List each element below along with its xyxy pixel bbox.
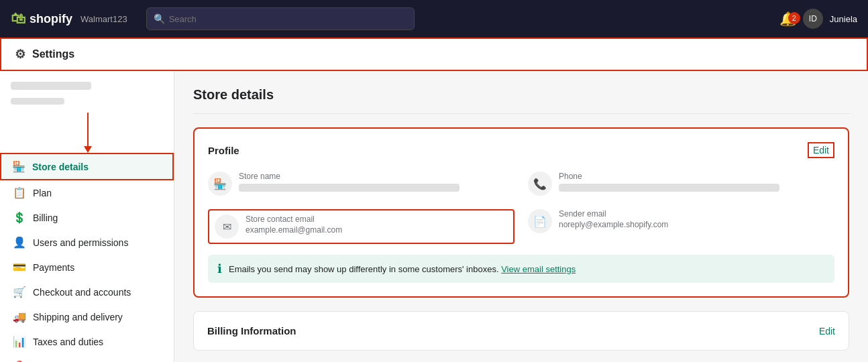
email-icon: ✉ <box>223 221 231 233</box>
sidebar-item-label: Checkout and accounts <box>33 287 131 298</box>
sidebar-item-shipping-delivery[interactable]: 🚚 Shipping and delivery <box>0 304 174 329</box>
user-avatar[interactable]: ID <box>803 9 823 29</box>
store-details-icon: 🏪 <box>12 160 25 173</box>
sidebar-item-users-permissions[interactable]: 👤 Users and permissions <box>0 230 174 255</box>
billing-title: Billing Information <box>207 325 296 337</box>
plan-icon: 📋 <box>13 186 26 199</box>
info-banner: ℹ Emails you send may show up differentl… <box>208 255 834 283</box>
store-name-content: Store name <box>239 172 514 192</box>
sidebar-item-store-details[interactable]: 🏪 Store details <box>0 153 174 180</box>
sidebar-item-label: Payments <box>33 262 74 273</box>
email-content: Store contact email example.email@gmail.… <box>246 215 508 235</box>
store-name-blur-2 <box>11 98 64 105</box>
sidebar-item-label: Store details <box>32 162 89 172</box>
sidebar-item-label: Taxes and duties <box>33 337 103 347</box>
phone-icon: 📞 <box>533 178 547 190</box>
logo-text: shopify <box>30 12 72 26</box>
billing-icon: 💲 <box>13 211 26 224</box>
sidebar-item-taxes-duties[interactable]: 📊 Taxes and duties <box>0 329 174 354</box>
profile-edit-button[interactable]: Edit <box>808 142 834 158</box>
view-email-settings-link[interactable]: View email settings <box>501 264 576 274</box>
card-header: Profile Edit <box>208 142 834 158</box>
billing-header: Billing Information Edit <box>207 325 835 337</box>
sender-email-value: noreply@example.shopify.com <box>559 220 834 229</box>
sidebar-item-billing[interactable]: 💲 Billing <box>0 205 174 230</box>
phone-field: 📞 Phone <box>528 172 834 196</box>
settings-header-bar: ⚙ Settings <box>0 38 868 71</box>
red-arrow-head <box>84 146 92 153</box>
store-contact-email-value: example.email@gmail.com <box>246 225 508 235</box>
phone-content: Phone <box>559 172 834 192</box>
store-name-blur <box>11 82 91 90</box>
sender-email-icon-wrap: 📄 <box>528 209 552 233</box>
gear-icon: ⚙ <box>15 47 25 62</box>
topnav-right: 🔔 2 ID Juniela <box>779 9 857 29</box>
profile-card: Profile Edit 🏪 Store name <box>193 127 849 298</box>
sender-email-icon: 📄 <box>533 215 547 228</box>
notification-count: 2 <box>788 12 800 24</box>
profile-title: Profile <box>208 145 239 156</box>
store-name-label: Store name <box>239 172 514 181</box>
sidebar-item-plan[interactable]: 📋 Plan <box>0 180 174 205</box>
sender-email-label: Sender email <box>559 209 834 219</box>
user-name: Juniela <box>830 14 857 24</box>
shipping-icon: 🚚 <box>13 310 26 323</box>
email-icon-wrap: ✉ <box>215 215 239 239</box>
sidebar-item-payments[interactable]: 💳 Payments <box>0 255 174 280</box>
sidebar-item-label: Shipping and delivery <box>33 312 123 322</box>
store-contact-email-label: Store contact email <box>246 215 508 224</box>
info-text-content: Emails you send may show up differently … <box>229 264 499 274</box>
phone-icon-wrap: 📞 <box>528 172 552 196</box>
sender-email-field: 📄 Sender email noreply@example.shopify.c… <box>528 209 834 244</box>
sidebar-item-label: Plan <box>33 188 52 198</box>
settings-label: Settings <box>32 48 74 60</box>
phone-value-blur <box>559 184 779 192</box>
info-text: Emails you send may show up differently … <box>229 264 576 274</box>
main-content: Store details Profile Edit 🏪 Store name <box>174 71 868 362</box>
store-icon: 🏪 <box>213 178 227 190</box>
page-title: Store details <box>193 87 849 103</box>
search-icon: 🔍 <box>154 13 165 24</box>
payments-icon: 💳 <box>13 261 26 274</box>
taxes-icon: 📊 <box>13 335 26 348</box>
billing-edit-button[interactable]: Edit <box>819 326 835 337</box>
store-name-nav: Walmart123 <box>80 14 127 24</box>
sidebar-item-checkout-accounts[interactable]: 🛒 Checkout and accounts <box>0 280 174 304</box>
users-icon: 👤 <box>13 236 26 249</box>
sidebar-item-label: Users and permissions <box>33 237 128 248</box>
logo-icon: 🛍 <box>11 10 25 27</box>
info-icon: ℹ <box>217 261 222 276</box>
sidebar-item-label: Billing <box>33 213 58 223</box>
shopify-logo: 🛍 shopify <box>11 10 72 27</box>
arrow-decoration <box>87 113 174 119</box>
store-contact-email-field: ✉ Store contact email example.email@gmai… <box>208 209 514 244</box>
top-navigation: 🛍 shopify Walmart123 🔍 🔔 2 ID Juniela <box>0 0 868 38</box>
search-input[interactable] <box>169 14 407 24</box>
sender-email-content: Sender email noreply@example.shopify.com <box>559 209 834 229</box>
profile-fields-grid: 🏪 Store name 📞 Phone <box>208 172 834 244</box>
search-bar[interactable]: 🔍 <box>146 7 415 30</box>
checkout-icon: 🛒 <box>13 286 26 298</box>
sidebar-item-locations[interactable]: 📍 Locations <box>0 354 174 362</box>
divider <box>193 113 849 114</box>
sidebar: 🏪 Store details 📋 Plan 💲 Billing 👤 Users… <box>0 71 174 362</box>
main-layout: 🏪 Store details 📋 Plan 💲 Billing 👤 Users… <box>0 71 868 362</box>
red-arrow-line <box>87 113 89 146</box>
store-name-value-blur <box>239 184 459 192</box>
store-name-icon-wrap: 🏪 <box>208 172 232 196</box>
billing-card: Billing Information Edit <box>193 311 849 351</box>
phone-label: Phone <box>559 172 834 181</box>
store-name-field: 🏪 Store name <box>208 172 514 196</box>
notification-bell[interactable]: 🔔 2 <box>779 11 796 27</box>
